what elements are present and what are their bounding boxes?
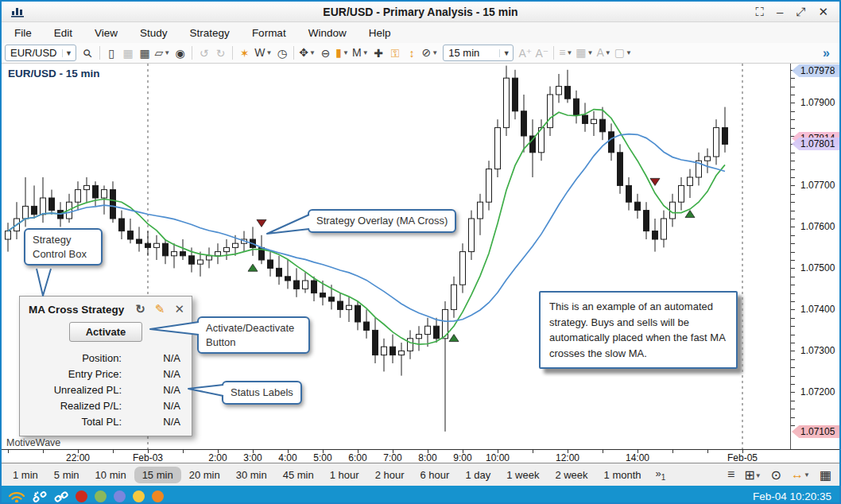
activate-button[interactable]: Activate xyxy=(69,322,142,342)
unlink-icon[interactable] xyxy=(33,490,47,503)
minimize-button[interactable]: – xyxy=(777,6,783,17)
menu-study[interactable]: Study xyxy=(140,27,168,39)
save-as-icon[interactable]: ▦ xyxy=(137,44,153,63)
candle-body xyxy=(556,87,562,95)
chevron-down-icon[interactable]: ▼ xyxy=(265,49,272,56)
calendar-icon[interactable]: ▦ xyxy=(820,467,831,483)
bar-style-icon[interactable]: ▮▼ xyxy=(334,43,351,63)
chevron-down-icon[interactable]: ▼ xyxy=(432,49,438,56)
chevron-down-icon[interactable]: ▼ xyxy=(605,49,611,56)
time-axis[interactable]: 22:00Feb-032:003:004:005:006:007:008:009… xyxy=(2,450,839,463)
undo-icon[interactable]: ↺ xyxy=(196,44,212,63)
strategy-note-box[interactable]: This is an example of an automated strat… xyxy=(539,291,738,369)
timeframe-20min[interactable]: 20 min xyxy=(181,467,228,483)
chevron-down-icon[interactable]: ▼ xyxy=(62,49,76,57)
timeframe-6hour[interactable]: 6 hour xyxy=(413,467,458,483)
timeframe-1day[interactable]: 1 day xyxy=(457,467,498,483)
add-chart-icon[interactable]: ⊞▼ xyxy=(744,467,761,483)
chevron-down-icon[interactable]: ▼ xyxy=(626,49,632,56)
chevron-down-icon[interactable]: ▼ xyxy=(804,471,810,479)
line-width-icon[interactable]: ≡▼ xyxy=(557,43,574,63)
save-icon[interactable]: ▦ xyxy=(120,44,137,63)
wave-count-icon[interactable]: W▼ xyxy=(253,43,273,63)
timeframe-30min[interactable]: 30 min xyxy=(228,467,275,483)
timeframe-5min[interactable]: 5 min xyxy=(46,467,87,483)
callout-strategy-control-box[interactable]: Strategy Control Box xyxy=(24,228,103,266)
magic-wand-icon[interactable]: ✶ xyxy=(236,44,253,63)
chevron-down-icon[interactable]: ▼ xyxy=(566,49,572,56)
show-hide-icon[interactable]: ⊙ xyxy=(771,467,781,483)
menu-strategy[interactable]: Strategy xyxy=(190,27,230,39)
redo-icon[interactable]: ↻ xyxy=(212,44,229,63)
timeframe-1week[interactable]: 1 week xyxy=(498,467,547,483)
timeframe-45min[interactable]: 45 min xyxy=(275,467,322,483)
toolbar-overflow-icon[interactable]: » xyxy=(818,44,835,63)
chevron-down-icon[interactable]: ▼ xyxy=(309,49,316,56)
link-icon[interactable] xyxy=(54,490,68,503)
search-icon-glyph: ⚲ xyxy=(78,43,97,62)
timeframe-10min[interactable]: 10 min xyxy=(87,467,134,483)
timeframe-2hour[interactable]: 2 hour xyxy=(367,467,413,483)
timeframe-1month[interactable]: 1 month xyxy=(596,467,649,483)
candle-body xyxy=(688,177,693,185)
pan-hand-icon[interactable]: ✥▼ xyxy=(297,43,317,63)
menu-edit[interactable]: Edit xyxy=(54,27,72,39)
fullscreen-button[interactable]: ⛶ xyxy=(756,6,765,17)
refresh-icon[interactable]: ↻ xyxy=(135,302,145,316)
bar-spacing-icon[interactable]: ↔▼ xyxy=(791,467,810,482)
grid-icon[interactable]: ▦▼ xyxy=(574,43,595,63)
edit-pencil-icon[interactable]: ✎ xyxy=(155,302,165,316)
time-label: 4:00 xyxy=(278,452,296,463)
menu-file[interactable]: File xyxy=(14,27,32,39)
unlink-icon[interactable]: ⊘▼ xyxy=(420,43,440,63)
price-axis[interactable]: 1.079001.078001.077001.076001.075001.074… xyxy=(791,64,839,449)
open-analysis-icon[interactable]: ▱▼ xyxy=(153,43,172,63)
menu-window[interactable]: Window xyxy=(308,27,347,39)
close-button[interactable]: ✕ xyxy=(818,6,828,17)
bar-size-combo[interactable]: 15 min ▼ xyxy=(443,45,514,61)
timeframe-15min[interactable]: 15 min xyxy=(134,467,181,483)
chevron-down-icon[interactable]: ▼ xyxy=(755,472,762,479)
menu-format[interactable]: Format xyxy=(252,27,286,39)
font-larger-icon[interactable]: A⁺ xyxy=(517,44,533,63)
fill-color-icon[interactable]: ▢▼ xyxy=(613,43,634,63)
candle-body xyxy=(408,339,413,351)
more-timeframes-icon[interactable]: »1 xyxy=(649,467,669,482)
search-icon[interactable]: ⚲ xyxy=(79,44,96,63)
instrument-combo[interactable]: EUR/USD ▼ xyxy=(5,45,76,61)
chart-plot[interactable]: EUR/USD - 15 min MA Cross Strategy ↻ ✎ ✕… xyxy=(2,64,791,449)
zoom-out-icon[interactable]: ⊖ xyxy=(317,44,334,63)
timeframe-1hour[interactable]: 1 hour xyxy=(322,467,367,483)
timeframe-2week[interactable]: 2 week xyxy=(547,467,595,483)
lock-scroll-icon[interactable]: ⚿ xyxy=(387,44,404,63)
font-color-icon[interactable]: A▼ xyxy=(595,43,613,63)
chevron-down-icon[interactable]: ▼ xyxy=(362,49,369,56)
chevron-down-icon[interactable]: ▼ xyxy=(499,49,513,57)
snapshot-icon[interactable]: ◉ xyxy=(172,44,188,63)
callout-line: Control Box xyxy=(33,247,94,262)
row-menu-icon[interactable]: ≡ xyxy=(727,467,734,482)
close-icon[interactable]: ✕ xyxy=(174,302,184,316)
calendar-icon-glyph: ▦ xyxy=(820,468,831,482)
chevron-down-icon[interactable]: ▼ xyxy=(587,49,594,56)
timeframe-1min[interactable]: 1 min xyxy=(5,467,46,483)
title-bar: EUR/USD - Primary Analysis - 15 min ⛶–⤢✕ xyxy=(2,2,839,22)
callout-status-labels[interactable]: Status Labels xyxy=(222,381,302,405)
callout-activate-button[interactable]: Activate/Deactivate Button xyxy=(197,316,310,354)
font-smaller-icon[interactable]: A⁻ xyxy=(533,44,550,63)
time-tick xyxy=(43,450,44,453)
new-chart-icon[interactable]: ▯ xyxy=(103,44,120,63)
fit-vertical-icon[interactable]: ↕ xyxy=(404,44,420,63)
alert-icon[interactable]: ◷ xyxy=(273,44,290,63)
menu-view[interactable]: View xyxy=(95,27,118,39)
price-label: 1.07200 xyxy=(800,386,835,397)
crosshair-icon[interactable]: ✚ xyxy=(370,44,387,63)
unlink-icon-glyph: ⊘ xyxy=(422,46,432,59)
time-label: 3:00 xyxy=(243,452,262,463)
chevron-down-icon[interactable]: ▼ xyxy=(164,49,170,56)
restore-button[interactable]: ⤢ xyxy=(796,6,805,17)
callout-strategy-overlay[interactable]: Strategy Overlay (MA Cross) xyxy=(308,209,456,233)
menu-help[interactable]: Help xyxy=(369,27,391,39)
chevron-down-icon[interactable]: ▼ xyxy=(343,49,349,56)
marker-icon[interactable]: M▼ xyxy=(351,43,370,63)
